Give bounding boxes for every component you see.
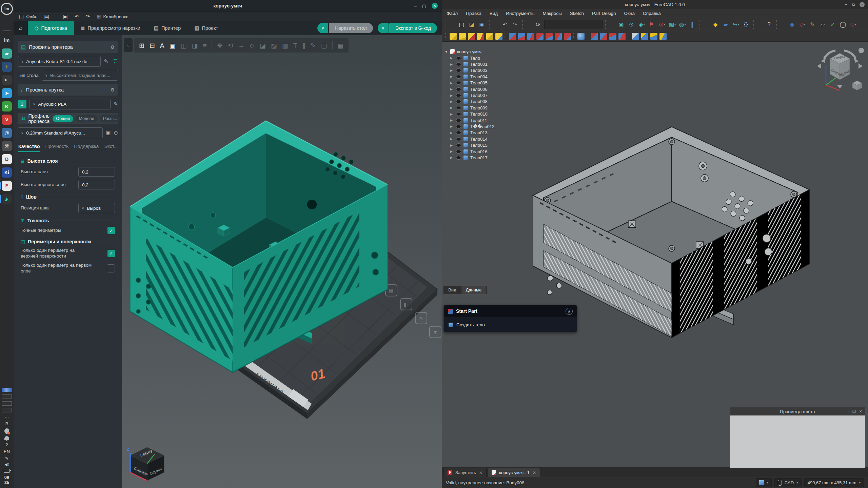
viewport-tool-icon[interactable]: ⊞ <box>139 42 144 49</box>
app-icon[interactable]: f <box>2 62 12 72</box>
battery-icon[interactable] <box>4 469 10 473</box>
app-icon[interactable]: ⚒ <box>2 141 12 151</box>
expand-arrow-icon[interactable]: ▶ <box>450 125 454 128</box>
dock-app[interactable]: ➤ <box>0 88 14 98</box>
toolbar-icon[interactable]: ▢ <box>457 20 466 29</box>
visibility-eye-icon[interactable] <box>456 137 461 141</box>
menu-item[interactable]: Макросы <box>542 11 561 16</box>
expand-arrow-icon[interactable]: ▶ <box>450 75 454 78</box>
navigation-cube[interactable]: Сверху Спереди Справа <box>814 45 865 93</box>
notes-icon[interactable]: ▤ <box>44 14 49 20</box>
viewport-tool-icon[interactable]: ∥ <box>302 42 305 49</box>
menu-item[interactable]: Sketch <box>570 11 584 16</box>
save-preset-icon[interactable]: ▣ <box>106 130 111 136</box>
viewport-tool-icon[interactable]: ↔ <box>238 42 244 49</box>
expand-arrow-icon[interactable]: ▶ <box>450 144 454 147</box>
tree-item[interactable]: ▶ Тело007 <box>445 92 494 98</box>
orientation-cube[interactable]: Сверху Спереди Справа Z <box>126 443 170 483</box>
toolbar-icon[interactable]: {} <box>742 20 750 29</box>
expand-arrow-icon[interactable]: ▶ <box>450 137 454 141</box>
visibility-eye-icon[interactable] <box>456 143 461 147</box>
expand-arrow-icon[interactable]: ▶ <box>450 119 454 122</box>
menu-item[interactable]: Справка <box>643 11 661 16</box>
app-icon[interactable]: ▰ <box>2 48 12 59</box>
toolbar-icon[interactable]: ◯ <box>839 20 847 29</box>
toolbar-icon[interactable]: ◈▾ <box>637 20 646 29</box>
toolbar-icon[interactable] <box>489 20 498 29</box>
feature-icon[interactable] <box>591 33 598 40</box>
toolbar-icon[interactable]: ◪ <box>468 20 476 29</box>
expand-arrow-icon[interactable]: ▶ <box>450 106 454 109</box>
tree-item[interactable]: ▶ Т��ло012 <box>445 123 494 129</box>
feature-icon[interactable] <box>450 33 457 40</box>
viewport-tool-icon[interactable]: ▣ <box>170 42 176 49</box>
slicer-viewport[interactable]: PLA / ABS / PETG / ASA ANYCUBIC ⟳ ⇄ ▦ ◧ … <box>122 35 442 488</box>
app-icon[interactable]: V <box>2 115 12 125</box>
dock-app[interactable]: @ <box>0 128 14 138</box>
export-gcode-button[interactable]: Экспорт в G-код <box>389 23 437 33</box>
viewport-tool-icon[interactable]: ▥ <box>282 42 288 49</box>
expand-arrow-icon[interactable]: ▶ <box>450 69 454 72</box>
expand-arrow-icon[interactable]: ▶ <box>450 131 454 135</box>
keyboard-layout[interactable]: EN <box>4 449 10 454</box>
toolbar-collapse-handle[interactable]: ‹ <box>124 38 133 52</box>
viewport-tool-icon[interactable]: ◪ <box>260 42 266 49</box>
menu-item[interactable]: Инструменты <box>506 11 534 16</box>
collapse-chevron-icon[interactable]: ∧ <box>566 308 573 315</box>
dock-app[interactable]: D <box>0 154 14 164</box>
viewport-tool-icon[interactable]: ✥ <box>217 42 222 49</box>
expand-arrow-icon[interactable]: ▶ <box>450 56 454 60</box>
close-button[interactable]: ✕ <box>860 2 865 7</box>
expand-arrow-icon[interactable]: ▶ <box>450 94 454 97</box>
tree-item[interactable]: ▶ Тело005 <box>445 80 494 86</box>
calibration-menu[interactable]: ⊞Калибровка <box>97 14 129 20</box>
close-button[interactable]: ✕ <box>432 3 438 9</box>
toolbar-icon[interactable]: ↶ <box>501 20 509 29</box>
add-filament-icon[interactable]: + <box>103 87 106 93</box>
toolbar-icon[interactable] <box>605 20 614 29</box>
process-scope-pill[interactable]: Модели <box>75 115 97 122</box>
feature-icon[interactable] <box>505 33 507 39</box>
printer-settings-icon[interactable]: ⚙ <box>110 44 115 50</box>
app-icon[interactable]: F <box>2 181 12 191</box>
visibility-eye-icon[interactable] <box>456 119 461 122</box>
toolbar-icon[interactable]: ⊙ <box>627 20 636 29</box>
visibility-eye-icon[interactable] <box>456 56 461 60</box>
layer-height-input[interactable]: 0,2 <box>78 167 115 177</box>
visibility-eye-icon[interactable] <box>456 125 461 128</box>
feature-icon[interactable] <box>573 33 575 39</box>
feature-icon[interactable] <box>536 33 544 40</box>
feature-icon[interactable] <box>477 33 484 40</box>
toolbar-icon[interactable]: ⊘▾ <box>658 20 666 29</box>
toolbar-icon[interactable]: ⟳ <box>534 20 542 29</box>
app-icon[interactable]: >_ <box>2 75 12 85</box>
expand-arrow-icon[interactable]: ▶ <box>450 156 454 159</box>
tree-item[interactable]: ▶ Тело013 <box>445 130 494 136</box>
viewport-tool-icon[interactable]: ✎ <box>311 42 316 49</box>
tree-item[interactable]: ▶ Тело001 <box>445 61 494 67</box>
expand-arrow-icon[interactable]: ▶ <box>450 87 454 91</box>
visibility-eye-icon[interactable] <box>456 150 461 154</box>
main-tab[interactable]: ▦ Проект <box>188 21 225 35</box>
toolbar-icon[interactable]: ◇▾ <box>798 20 807 29</box>
menu-item[interactable]: Файл <box>447 11 458 16</box>
menu-item[interactable]: Вид <box>490 11 498 16</box>
visibility-eye-icon[interactable] <box>456 62 461 66</box>
main-tab[interactable]: ▤ Принтер <box>147 21 188 35</box>
notifications-icon[interactable] <box>4 436 9 440</box>
toolbar-icon[interactable]: ✎ <box>808 20 817 29</box>
toolbar-icon[interactable]: ◉ <box>617 20 626 29</box>
toolbar-icon[interactable] <box>446 20 455 29</box>
feature-icon[interactable] <box>628 33 630 39</box>
minimize-button[interactable]: – <box>845 2 847 7</box>
tree-item[interactable]: ▶ Тело016 <box>445 148 494 155</box>
document-tab[interactable]: корпус-умзч : 1 ✕ <box>488 468 540 477</box>
app-icon[interactable]: D <box>2 154 12 164</box>
tree-item[interactable]: ▶ Тело014 <box>445 136 494 142</box>
menu-item[interactable]: Окна <box>624 11 635 16</box>
process-tab[interactable]: Экст... <box>104 144 118 152</box>
app-icon[interactable]: @ <box>2 128 12 138</box>
restore-button[interactable]: ⧉ <box>852 2 855 7</box>
filament-slot-badge[interactable]: 1 <box>18 100 26 108</box>
export-options-chevron[interactable]: ∨ <box>378 23 389 33</box>
